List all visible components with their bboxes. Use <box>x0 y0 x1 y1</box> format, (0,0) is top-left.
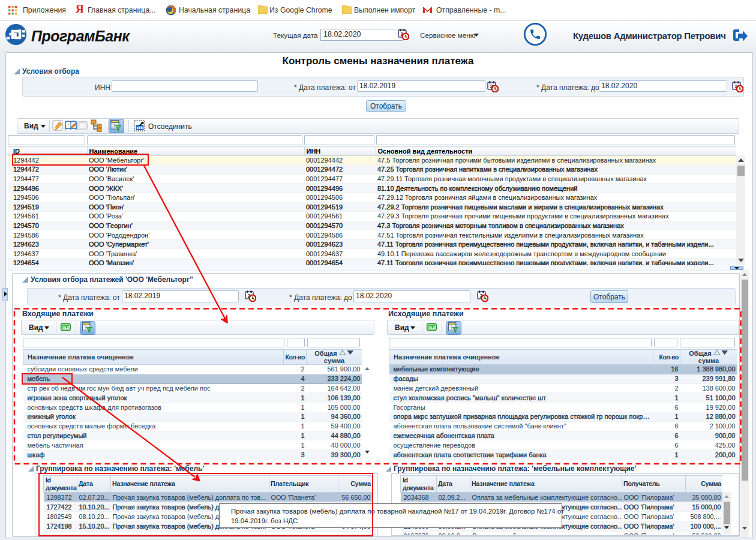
svg-text:XLS: XLS <box>62 325 69 329</box>
svg-text:XLS: XLS <box>428 325 435 329</box>
